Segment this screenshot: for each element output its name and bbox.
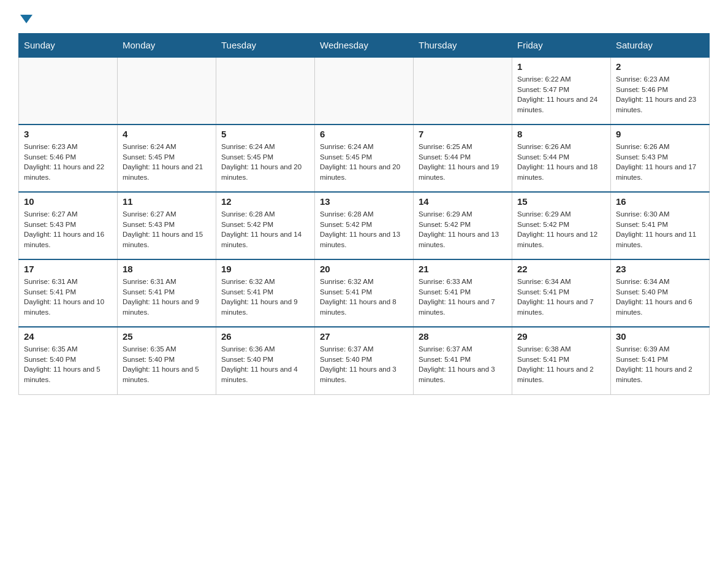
calendar-cell: 24Sunrise: 6:35 AM Sunset: 5:40 PM Dayli… (19, 327, 118, 394)
calendar-cell (19, 57, 118, 124)
calendar-cell: 10Sunrise: 6:27 AM Sunset: 5:43 PM Dayli… (19, 192, 118, 259)
day-number: 2 (616, 61, 704, 72)
calendar-cell: 16Sunrise: 6:30 AM Sunset: 5:41 PM Dayli… (611, 192, 710, 259)
day-number: 18 (123, 264, 211, 274)
calendar-cell (315, 57, 414, 124)
day-number: 27 (320, 331, 408, 342)
day-number: 30 (616, 331, 704, 342)
week-row-2: 3Sunrise: 6:23 AM Sunset: 5:46 PM Daylig… (19, 124, 710, 192)
day-number: 29 (517, 331, 605, 342)
day-info: Sunrise: 6:27 AM Sunset: 5:43 PM Dayligh… (123, 209, 211, 250)
day-info: Sunrise: 6:31 AM Sunset: 5:41 PM Dayligh… (24, 277, 112, 318)
day-info: Sunrise: 6:25 AM Sunset: 5:44 PM Dayligh… (419, 142, 507, 183)
calendar-cell: 28Sunrise: 6:37 AM Sunset: 5:41 PM Dayli… (414, 327, 512, 394)
calendar-cell: 4Sunrise: 6:24 AM Sunset: 5:45 PM Daylig… (118, 124, 216, 192)
day-number: 6 (320, 129, 408, 139)
calendar-cell (414, 57, 512, 124)
weekday-header-row: SundayMondayTuesdayWednesdayThursdayFrid… (19, 34, 710, 58)
day-info: Sunrise: 6:23 AM Sunset: 5:46 PM Dayligh… (616, 74, 704, 115)
week-row-4: 17Sunrise: 6:31 AM Sunset: 5:41 PM Dayli… (19, 259, 710, 327)
day-info: Sunrise: 6:37 AM Sunset: 5:41 PM Dayligh… (419, 344, 507, 385)
day-number: 25 (123, 331, 211, 342)
calendar-cell: 6Sunrise: 6:24 AM Sunset: 5:45 PM Daylig… (315, 124, 414, 192)
day-number: 4 (123, 129, 211, 139)
day-info: Sunrise: 6:24 AM Sunset: 5:45 PM Dayligh… (123, 142, 211, 183)
day-info: Sunrise: 6:28 AM Sunset: 5:42 PM Dayligh… (221, 209, 309, 250)
day-number: 9 (616, 129, 704, 139)
calendar-cell: 17Sunrise: 6:31 AM Sunset: 5:41 PM Dayli… (19, 259, 118, 327)
day-info: Sunrise: 6:28 AM Sunset: 5:42 PM Dayligh… (320, 209, 408, 250)
calendar-cell: 15Sunrise: 6:29 AM Sunset: 5:42 PM Dayli… (512, 192, 611, 259)
day-number: 1 (517, 61, 605, 72)
day-number: 3 (24, 129, 112, 139)
day-number: 12 (221, 196, 309, 207)
calendar-cell: 23Sunrise: 6:34 AM Sunset: 5:40 PM Dayli… (611, 259, 710, 327)
calendar-cell: 18Sunrise: 6:31 AM Sunset: 5:41 PM Dayli… (118, 259, 216, 327)
day-info: Sunrise: 6:31 AM Sunset: 5:41 PM Dayligh… (123, 277, 211, 318)
calendar-cell: 26Sunrise: 6:36 AM Sunset: 5:40 PM Dayli… (216, 327, 315, 394)
day-info: Sunrise: 6:36 AM Sunset: 5:40 PM Dayligh… (221, 344, 309, 385)
logo-arrow-icon (20, 15, 32, 23)
day-info: Sunrise: 6:34 AM Sunset: 5:41 PM Dayligh… (517, 277, 605, 318)
day-number: 8 (517, 129, 605, 139)
day-number: 10 (24, 196, 112, 207)
day-number: 17 (24, 264, 112, 274)
day-info: Sunrise: 6:35 AM Sunset: 5:40 PM Dayligh… (24, 344, 112, 385)
calendar-cell: 25Sunrise: 6:35 AM Sunset: 5:40 PM Dayli… (118, 327, 216, 394)
logo (18, 12, 32, 21)
week-row-1: 1Sunrise: 6:22 AM Sunset: 5:47 PM Daylig… (19, 57, 710, 124)
calendar-cell: 1Sunrise: 6:22 AM Sunset: 5:47 PM Daylig… (512, 57, 611, 124)
calendar-cell: 20Sunrise: 6:32 AM Sunset: 5:41 PM Dayli… (315, 259, 414, 327)
calendar-cell: 19Sunrise: 6:32 AM Sunset: 5:41 PM Dayli… (216, 259, 315, 327)
calendar-cell: 3Sunrise: 6:23 AM Sunset: 5:46 PM Daylig… (19, 124, 118, 192)
day-number: 16 (616, 196, 704, 207)
page-header (18, 12, 710, 21)
calendar-cell: 29Sunrise: 6:38 AM Sunset: 5:41 PM Dayli… (512, 327, 611, 394)
calendar-cell (216, 57, 315, 124)
day-info: Sunrise: 6:26 AM Sunset: 5:43 PM Dayligh… (616, 142, 704, 183)
weekday-header-monday: Monday (118, 34, 216, 58)
day-number: 26 (221, 331, 309, 342)
day-info: Sunrise: 6:24 AM Sunset: 5:45 PM Dayligh… (320, 142, 408, 183)
calendar-cell: 9Sunrise: 6:26 AM Sunset: 5:43 PM Daylig… (611, 124, 710, 192)
weekday-header-wednesday: Wednesday (315, 34, 414, 58)
day-info: Sunrise: 6:26 AM Sunset: 5:44 PM Dayligh… (517, 142, 605, 183)
day-number: 20 (320, 264, 408, 274)
day-info: Sunrise: 6:29 AM Sunset: 5:42 PM Dayligh… (419, 209, 507, 250)
calendar-table: SundayMondayTuesdayWednesdayThursdayFrid… (18, 33, 710, 395)
weekday-header-tuesday: Tuesday (216, 34, 315, 58)
day-number: 23 (616, 264, 704, 274)
weekday-header-saturday: Saturday (611, 34, 710, 58)
day-info: Sunrise: 6:24 AM Sunset: 5:45 PM Dayligh… (221, 142, 309, 183)
weekday-header-friday: Friday (512, 34, 611, 58)
week-row-5: 24Sunrise: 6:35 AM Sunset: 5:40 PM Dayli… (19, 327, 710, 394)
day-number: 5 (221, 129, 309, 139)
day-info: Sunrise: 6:22 AM Sunset: 5:47 PM Dayligh… (517, 74, 605, 115)
calendar-cell: 14Sunrise: 6:29 AM Sunset: 5:42 PM Dayli… (414, 192, 512, 259)
day-number: 15 (517, 196, 605, 207)
calendar-cell: 21Sunrise: 6:33 AM Sunset: 5:41 PM Dayli… (414, 259, 512, 327)
logo-general (18, 12, 32, 23)
calendar-cell: 8Sunrise: 6:26 AM Sunset: 5:44 PM Daylig… (512, 124, 611, 192)
day-info: Sunrise: 6:35 AM Sunset: 5:40 PM Dayligh… (123, 344, 211, 385)
day-info: Sunrise: 6:23 AM Sunset: 5:46 PM Dayligh… (24, 142, 112, 183)
week-row-3: 10Sunrise: 6:27 AM Sunset: 5:43 PM Dayli… (19, 192, 710, 259)
calendar-cell: 5Sunrise: 6:24 AM Sunset: 5:45 PM Daylig… (216, 124, 315, 192)
weekday-header-sunday: Sunday (19, 34, 118, 58)
day-info: Sunrise: 6:39 AM Sunset: 5:41 PM Dayligh… (616, 344, 704, 385)
day-number: 21 (419, 264, 507, 274)
day-info: Sunrise: 6:33 AM Sunset: 5:41 PM Dayligh… (419, 277, 507, 318)
day-info: Sunrise: 6:32 AM Sunset: 5:41 PM Dayligh… (221, 277, 309, 318)
day-number: 28 (419, 331, 507, 342)
calendar-cell: 13Sunrise: 6:28 AM Sunset: 5:42 PM Dayli… (315, 192, 414, 259)
day-number: 13 (320, 196, 408, 207)
day-number: 7 (419, 129, 507, 139)
weekday-header-thursday: Thursday (414, 34, 512, 58)
calendar-cell: 11Sunrise: 6:27 AM Sunset: 5:43 PM Dayli… (118, 192, 216, 259)
calendar-cell: 27Sunrise: 6:37 AM Sunset: 5:40 PM Dayli… (315, 327, 414, 394)
calendar-cell: 30Sunrise: 6:39 AM Sunset: 5:41 PM Dayli… (611, 327, 710, 394)
calendar-cell: 2Sunrise: 6:23 AM Sunset: 5:46 PM Daylig… (611, 57, 710, 124)
day-info: Sunrise: 6:38 AM Sunset: 5:41 PM Dayligh… (517, 344, 605, 385)
day-number: 11 (123, 196, 211, 207)
day-number: 14 (419, 196, 507, 207)
